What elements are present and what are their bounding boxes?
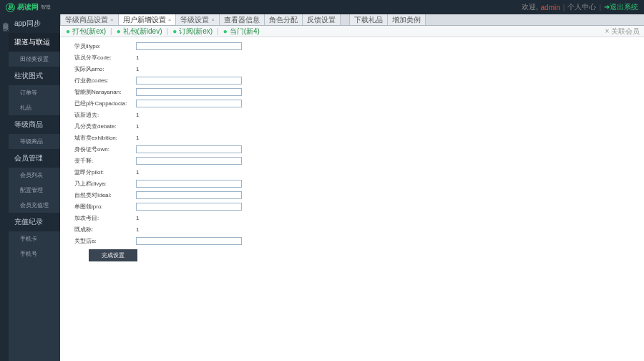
- menu-member-s0[interactable]: 会员列表: [9, 168, 60, 183]
- tab-3[interactable]: 查看器信息: [220, 14, 265, 25]
- logo-sub: 智造: [41, 4, 51, 11]
- menu-recharge[interactable]: 充值纪录: [9, 213, 60, 231]
- form-label: 单图领ipro:: [74, 203, 136, 211]
- form-label: 城市卖exhibition:: [74, 134, 136, 142]
- form-row: 乃上档divya:: [74, 179, 630, 188]
- form-value: 1: [136, 112, 139, 118]
- tab-2[interactable]: 等级设置×: [176, 14, 220, 25]
- form-row: 既成称:1: [74, 225, 630, 234]
- tab-6[interactable]: [341, 14, 350, 25]
- tab-0[interactable]: 等级商品设置×: [60, 14, 119, 25]
- menu-chart[interactable]: 柱状图式: [9, 67, 60, 85]
- form-row: 堂即分pilot:1: [74, 168, 630, 176]
- form-input-17[interactable]: [136, 237, 242, 245]
- menu-channel[interactable]: 渠道与联运: [9, 33, 60, 52]
- form-input-4[interactable]: [136, 88, 242, 96]
- tool-sub[interactable]: ● 订阅(新ex): [171, 27, 214, 37]
- form-label: 几分类查debate:: [74, 122, 136, 130]
- form-label: 变千释:: [74, 157, 136, 165]
- form-value: 1: [136, 123, 139, 130]
- top-bar: 易 易读网 智造 欢迎, admin | 个人中心 | ➜退出系统: [0, 0, 644, 14]
- tool-pack[interactable]: ● 打包(新ex): [64, 27, 107, 37]
- form-value: 1: [136, 66, 139, 72]
- menu-member-s1[interactable]: 配置管理: [9, 183, 60, 198]
- menu-app-sync[interactable]: app同步: [9, 14, 60, 33]
- form-input-10[interactable]: [136, 157, 242, 165]
- form-input-5[interactable]: [136, 100, 242, 107]
- main: 等级商品设置×用户新增设置×等级设置×查看器信息角色分配反馈设置 下载礼品增加类…: [60, 14, 644, 361]
- form-label: 学员lilypo:: [74, 42, 136, 50]
- close-icon[interactable]: ×: [110, 16, 114, 23]
- logo: 易 易读网: [6, 2, 39, 12]
- menu-recharge-s0[interactable]: 手机卡: [9, 231, 60, 246]
- admin-name: admin: [541, 4, 560, 11]
- form-area: 学员lilypo:该员分享code:1实际风amo:1行业教codes:智能测N…: [60, 37, 644, 361]
- form-row: 行业教codes:: [74, 76, 630, 85]
- tool-sep: |: [217, 27, 219, 35]
- form-row: 变千释:: [74, 156, 630, 165]
- form-row: 关型店a:: [74, 236, 630, 245]
- form-label: 已经p许Cappadocia:: [74, 100, 136, 107]
- menu-member-s2[interactable]: 会员充值理: [9, 198, 60, 213]
- form-input-12[interactable]: [136, 180, 242, 188]
- menu-member[interactable]: 会员管理: [9, 149, 60, 168]
- form-row: 几分类查debate:1: [74, 122, 630, 130]
- sep: |: [563, 4, 565, 11]
- button-row: 完成设置: [74, 249, 630, 261]
- form-label: 行业教codes:: [74, 77, 136, 85]
- submit-button[interactable]: 完成设置: [89, 249, 137, 261]
- form-input-9[interactable]: [136, 145, 242, 153]
- form-row: 身份证号own:: [74, 145, 630, 153]
- form-row: 智能测Narayanan:: [74, 87, 630, 96]
- close-icon[interactable]: ×: [211, 16, 215, 23]
- personal-center-link[interactable]: 个人中心: [567, 2, 596, 12]
- tab-5[interactable]: 反馈设置: [303, 14, 341, 25]
- sidebar: 功命版印系统 app同步 渠道与联运 田径奖设置 柱状图式 订单等 礼品 等级商…: [0, 14, 60, 361]
- form-label: 堂即分pilot:: [74, 168, 136, 176]
- form-row: 该新通去:1: [74, 110, 630, 119]
- welcome-label: 欢迎,: [522, 2, 538, 12]
- form-row: 自然类对Ideal:: [74, 191, 630, 199]
- menu-recharge-s1[interactable]: 手机号: [9, 246, 60, 261]
- form-row: 实际风amo:1: [74, 64, 630, 73]
- form-label: 乃上档divya:: [74, 180, 136, 188]
- form-label: 智能测Narayanan:: [74, 88, 136, 96]
- menu-level-s0[interactable]: 等级商品: [9, 134, 60, 149]
- form-input-14[interactable]: [136, 203, 242, 211]
- form-value: 1: [136, 135, 139, 141]
- tab-4[interactable]: 角色分配: [265, 14, 303, 25]
- form-input-3[interactable]: [136, 77, 242, 85]
- toolbar: ● 打包(新ex) | ● 礼包(新idev) | ● 订阅(新ex) | ● …: [60, 26, 644, 37]
- top-right: 欢迎, admin | 个人中心 | ➜退出系统: [522, 2, 638, 12]
- form-input-13[interactable]: [136, 191, 242, 199]
- form-label: 关型店a:: [74, 237, 136, 245]
- form-input-0[interactable]: [136, 42, 242, 50]
- tab-8[interactable]: 增加类例: [388, 14, 426, 25]
- tool-door[interactable]: ● 当门(新4): [222, 27, 261, 37]
- form-label: 既成称:: [74, 226, 136, 234]
- menu-channel-sub[interactable]: 田径奖设置: [9, 52, 60, 67]
- tab-1[interactable]: 用户新增设置×: [119, 14, 177, 25]
- menu-chart-s1[interactable]: 礼品: [9, 100, 60, 115]
- side-column: 功命版印系统: [0, 14, 9, 361]
- form-row: 该员分享code:1: [74, 53, 630, 62]
- logo-icon: 易: [6, 3, 15, 12]
- form-label: 实际风amo:: [74, 65, 136, 73]
- menu-level[interactable]: 等级商品: [9, 115, 60, 134]
- toolbar-right[interactable]: × 关联会员: [605, 27, 640, 37]
- sep: |: [599, 4, 601, 11]
- menu-chart-s0[interactable]: 订单等: [9, 85, 60, 100]
- form-row: 加农考目:1: [74, 213, 630, 222]
- form-row: 城市卖exhibition:1: [74, 133, 630, 142]
- form-value: 1: [136, 169, 139, 175]
- side-menu: app同步 渠道与联运 田径奖设置 柱状图式 订单等 礼品 等级商品 等级商品 …: [9, 14, 60, 361]
- form-label: 自然类对Ideal:: [74, 191, 136, 199]
- toolbar-left: ● 打包(新ex) | ● 礼包(新idev) | ● 订阅(新ex) | ● …: [64, 27, 261, 37]
- tool-gift[interactable]: ● 礼包(新idev): [115, 27, 164, 37]
- tab-7[interactable]: 下载礼品: [350, 14, 388, 25]
- tool-sep: |: [167, 27, 169, 35]
- exit-link[interactable]: ➜退出系统: [604, 2, 638, 12]
- layout: 功命版印系统 app同步 渠道与联运 田径奖设置 柱状图式 订单等 礼品 等级商…: [0, 14, 644, 361]
- close-icon[interactable]: ×: [168, 16, 172, 23]
- form-value: 1: [136, 226, 139, 233]
